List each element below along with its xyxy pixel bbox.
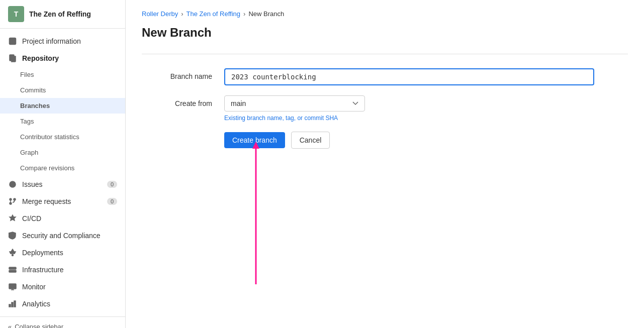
sidebar-item-cicd[interactable]: CI/CD (0, 210, 125, 227)
issues-icon (8, 180, 17, 189)
sidebar: T The Zen of Reffing Project information (0, 0, 126, 328)
svg-rect-15 (9, 304, 11, 307)
svg-point-8 (10, 202, 12, 204)
sidebar-item-security-compliance[interactable]: Security and Compliance (0, 227, 125, 244)
page-divider (142, 54, 628, 54)
sidebar-item-commits[interactable]: Commits (0, 82, 125, 98)
sidebar-item-label: Security and Compliance (22, 232, 101, 240)
sidebar-item-branches[interactable]: Branches (0, 98, 125, 114)
create-from-label: Create from (142, 95, 212, 107)
cicd-icon (8, 214, 17, 223)
breadcrumb-sep-2: › (243, 10, 245, 18)
branch-name-field (224, 68, 594, 85)
svg-point-12 (10, 268, 11, 269)
breadcrumb-roller-derby[interactable]: Roller Derby (142, 10, 178, 18)
create-from-hint: Existing branch name, tag, or commit SHA (224, 115, 594, 122)
sidebar-item-label: CI/CD (22, 214, 41, 223)
svg-point-7 (14, 198, 16, 200)
sidebar-item-compare-revisions[interactable]: Compare revisions (0, 160, 125, 176)
svg-rect-16 (12, 302, 13, 307)
breadcrumb-current: New Branch (248, 10, 284, 18)
sidebar-item-label: Issues (22, 180, 42, 188)
sidebar-item-monitor[interactable]: Monitor (0, 278, 125, 295)
monitor-icon (8, 282, 17, 291)
sidebar-item-deployments[interactable]: Deployments (0, 244, 125, 261)
collapse-sidebar-button[interactable]: « Collapse sidebar (0, 316, 125, 328)
sidebar-item-label: Merge requests (22, 197, 71, 205)
analytics-icon (8, 299, 17, 308)
form-actions: Create branch Cancel (142, 132, 594, 149)
sidebar-item-label: Compare revisions (20, 164, 74, 172)
collapse-chevron-icon: « (8, 323, 12, 328)
svg-point-2 (13, 40, 13, 40)
sidebar-item-merge-requests[interactable]: Merge requests 0 (0, 193, 125, 210)
breadcrumb-sep-1: › (181, 10, 183, 18)
sidebar-item-label: Project information (22, 37, 81, 45)
main-content-area: Roller Derby › The Zen of Reffing › New … (126, 0, 644, 328)
sidebar-item-project-information[interactable]: Project information (0, 33, 125, 50)
sidebar-item-label: Infrastructure (22, 266, 63, 274)
sidebar-item-label: Branches (20, 102, 50, 110)
mr-badge: 0 (107, 198, 117, 205)
svg-point-6 (10, 198, 12, 200)
breadcrumb: Roller Derby › The Zen of Reffing › New … (142, 10, 628, 18)
sidebar-item-infrastructure[interactable]: Infrastructure (0, 261, 125, 278)
sidebar-item-label: Contributor statistics (20, 133, 79, 141)
project-name: The Zen of Reffing (29, 10, 91, 18)
breadcrumb-zen-of-reffing[interactable]: The Zen of Reffing (187, 10, 240, 18)
collapse-label: Collapse sidebar (15, 323, 63, 328)
sidebar-item-files[interactable]: Files (0, 67, 125, 82)
security-icon (8, 231, 17, 240)
mr-icon (8, 197, 17, 206)
avatar: T (8, 6, 24, 22)
new-branch-form: Branch name Create from main Existing br… (142, 68, 594, 291)
issues-badge: 0 (107, 181, 117, 188)
branch-name-label: Branch name (142, 68, 212, 80)
sidebar-item-graph[interactable]: Graph (0, 145, 125, 160)
sidebar-item-tags[interactable]: Tags (0, 114, 125, 129)
svg-point-5 (12, 183, 14, 185)
sidebar-item-label: Graph (20, 149, 38, 156)
sidebar-item-contributor-statistics[interactable]: Contributor statistics (0, 129, 125, 145)
branch-name-row: Branch name (142, 68, 594, 85)
sidebar-item-label: Tags (20, 118, 34, 125)
create-from-row: Create from main Existing branch name, t… (142, 95, 594, 122)
sidebar-item-label: Analytics (22, 300, 50, 308)
svg-rect-17 (14, 301, 16, 307)
svg-point-9 (12, 255, 14, 256)
svg-point-13 (10, 271, 11, 272)
info-icon (8, 37, 17, 46)
repository-icon (8, 54, 17, 63)
sidebar-item-repository[interactable]: Repository (0, 50, 125, 67)
cancel-button[interactable]: Cancel (291, 132, 330, 149)
sidebar-item-label: Deployments (22, 249, 63, 257)
sidebar-item-label: Repository (22, 54, 59, 62)
sidebar-item-label: Monitor (22, 283, 46, 291)
create-from-select[interactable]: main (224, 95, 365, 112)
page-title: New Branch (142, 26, 628, 40)
sidebar-item-label: Commits (20, 86, 46, 94)
create-from-field: main Existing branch name, tag, or commi… (224, 95, 594, 122)
branch-name-input[interactable] (224, 68, 594, 85)
deploy-icon (8, 248, 17, 257)
sidebar-nav: Project information Repository Files Com… (0, 29, 125, 316)
infra-icon (8, 265, 17, 274)
sidebar-header[interactable]: T The Zen of Reffing (0, 0, 125, 29)
sidebar-item-label: Files (20, 71, 34, 78)
sidebar-item-issues[interactable]: Issues 0 (0, 176, 125, 193)
sidebar-item-analytics[interactable]: Analytics (0, 295, 125, 312)
